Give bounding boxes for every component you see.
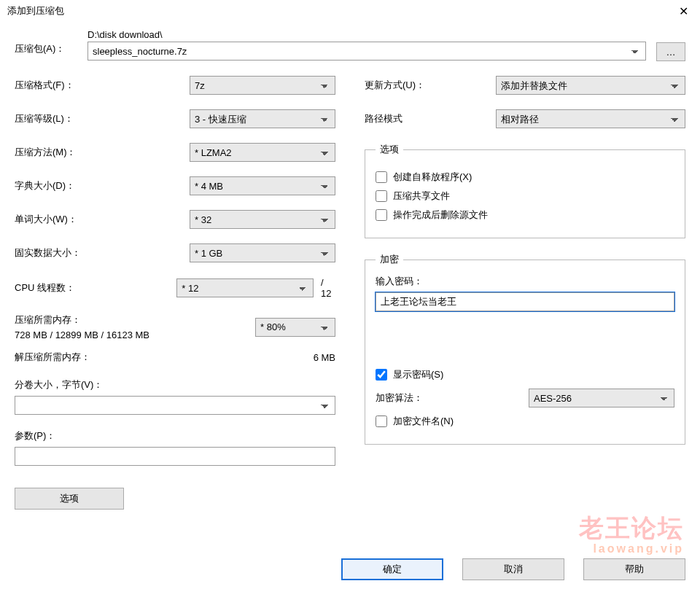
checkbox-showpwd[interactable]: 显示密码(S) xyxy=(376,368,674,381)
row-update: 更新方式(U)： 添加并替换文件 xyxy=(365,76,685,95)
format-label: 压缩格式(F)： xyxy=(15,79,190,92)
row-decompress-mem: 解压缩所需内存： 6 MB xyxy=(15,351,335,364)
row-format: 压缩格式(F)： 7z xyxy=(15,76,335,95)
checkbox-shared-label: 压缩共享文件 xyxy=(393,190,450,203)
checkbox-delete-label: 操作完成后删除源文件 xyxy=(393,208,488,222)
row-pathmode: 路径模式 相对路径 xyxy=(365,109,685,128)
row-dict: 字典大小(D)： * 4 MB xyxy=(15,176,335,195)
enc-method-label: 加密算法： xyxy=(376,391,529,405)
checkbox-delete-input[interactable] xyxy=(376,209,387,221)
watermark: 老王论坛 laowang.vip xyxy=(579,512,684,555)
dict-label: 字典大小(D)： xyxy=(15,179,190,192)
footer: 确定 取消 帮助 xyxy=(341,558,685,580)
compress-mem-block: 压缩所需内存： 728 MB / 12899 MB / 16123 MB xyxy=(15,313,255,340)
dialog-content: 压缩包(A)： D:\disk download\ sleepless_noct… xyxy=(0,22,700,510)
solid-label: 固实数据大小： xyxy=(15,246,190,260)
archive-dir: D:\disk download\ xyxy=(88,29,646,40)
format-select[interactable]: 7z xyxy=(190,76,335,95)
watermark-line2: laowang.vip xyxy=(579,542,684,555)
solid-select[interactable]: * 1 GB xyxy=(190,243,335,262)
dict-select[interactable]: * 4 MB xyxy=(190,176,335,195)
checkbox-delete[interactable]: 操作完成后删除源文件 xyxy=(376,208,674,222)
word-label: 单词大小(W)： xyxy=(15,213,190,226)
archive-filename-select[interactable]: sleepless_nocturne.7z xyxy=(88,42,646,61)
password-input[interactable] xyxy=(376,292,674,311)
level-label: 压缩等级(L)： xyxy=(15,112,190,125)
options-legend: 选项 xyxy=(376,143,403,156)
right-column: 更新方式(U)： 添加并替换文件 路径模式 相对路径 选项 创建自释放程序(X)… xyxy=(365,76,685,510)
update-select[interactable]: 添加并替换文件 xyxy=(496,76,685,95)
method-select[interactable]: * LZMA2 xyxy=(190,143,335,162)
ellipsis-icon: … xyxy=(666,47,676,58)
pathmode-label: 路径模式 xyxy=(365,112,496,125)
pathmode-select[interactable]: 相对路径 xyxy=(496,109,685,128)
row-method: 压缩方法(M)： * LZMA2 xyxy=(15,143,335,162)
cancel-button[interactable]: 取消 xyxy=(462,558,564,580)
encrypt-legend: 加密 xyxy=(376,253,403,266)
checkbox-shared-input[interactable] xyxy=(376,190,387,202)
row-cpu: CPU 线程数： * 12 / 12 xyxy=(15,277,335,299)
word-select[interactable]: * 32 xyxy=(190,210,335,229)
checkbox-showpwd-label: 显示密码(S) xyxy=(393,368,443,381)
params-label: 参数(P)： xyxy=(15,429,335,442)
volume-label: 分卷大小，字节(V)： xyxy=(15,378,335,391)
row-word: 单词大小(W)： * 32 xyxy=(15,210,335,229)
update-label: 更新方式(U)： xyxy=(365,79,496,92)
level-select[interactable]: 3 - 快速压缩 xyxy=(190,109,335,128)
close-icon[interactable]: ✕ xyxy=(674,4,693,18)
params-input[interactable] xyxy=(15,447,335,466)
checkbox-enc-filenames-input[interactable] xyxy=(376,416,387,427)
compress-mem-label: 压缩所需内存： xyxy=(15,313,255,327)
checkbox-showpwd-input[interactable] xyxy=(376,369,387,381)
watermark-line1: 老王论坛 xyxy=(579,512,684,545)
columns: 压缩格式(F)： 7z 压缩等级(L)： 3 - 快速压缩 压缩方法(M)： *… xyxy=(15,76,685,510)
archive-row: 压缩包(A)： D:\disk download\ sleepless_noct… xyxy=(15,29,685,61)
archive-label: 压缩包(A)： xyxy=(15,29,88,55)
encrypt-fieldset: 加密 输入密码： 显示密码(S) 加密算法： AES-256 加密文件名(N) xyxy=(365,253,685,445)
window-title: 添加到压缩包 xyxy=(7,4,674,17)
encrypt-spacer xyxy=(376,311,674,362)
help-button[interactable]: 帮助 xyxy=(583,558,685,580)
checkbox-sfx-input[interactable] xyxy=(376,171,387,183)
row-solid: 固实数据大小： * 1 GB xyxy=(15,243,335,262)
row-level: 压缩等级(L)： 3 - 快速压缩 xyxy=(15,109,335,128)
checkbox-enc-filenames-label: 加密文件名(N) xyxy=(393,415,454,428)
archive-path-column: D:\disk download\ sleepless_nocturne.7z xyxy=(88,29,646,61)
row-compress-mem: 压缩所需内存： 728 MB / 12899 MB / 16123 MB * 8… xyxy=(15,313,335,340)
row-enc-method: 加密算法： AES-256 xyxy=(376,389,674,407)
left-column: 压缩格式(F)： 7z 压缩等级(L)： 3 - 快速压缩 压缩方法(M)： *… xyxy=(15,76,335,510)
browse-button[interactable]: … xyxy=(656,42,685,61)
titlebar: 添加到压缩包 ✕ xyxy=(0,0,700,22)
cpu-label: CPU 线程数： xyxy=(15,281,176,294)
options-fieldset: 选项 创建自释放程序(X) 压缩共享文件 操作完成后删除源文件 xyxy=(365,143,685,238)
compress-mem-pct-select[interactable]: * 80% xyxy=(255,318,335,337)
checkbox-sfx-label: 创建自释放程序(X) xyxy=(393,171,472,184)
checkbox-enc-filenames[interactable]: 加密文件名(N) xyxy=(376,415,674,428)
compress-mem-detail: 728 MB / 12899 MB / 16123 MB xyxy=(15,329,255,340)
password-label: 输入密码： xyxy=(376,275,674,288)
options-button[interactable]: 选项 xyxy=(15,488,124,510)
cpu-select[interactable]: * 12 xyxy=(176,278,314,297)
decompress-mem-value: 6 MB xyxy=(314,352,335,363)
cpu-total: / 12 xyxy=(314,277,335,299)
volume-select[interactable] xyxy=(15,396,335,415)
checkbox-shared[interactable]: 压缩共享文件 xyxy=(376,190,674,203)
options-button-label: 选项 xyxy=(60,492,79,505)
enc-method-select[interactable]: AES-256 xyxy=(529,389,674,407)
ok-button[interactable]: 确定 xyxy=(341,558,443,580)
method-label: 压缩方法(M)： xyxy=(15,146,190,159)
checkbox-sfx[interactable]: 创建自释放程序(X) xyxy=(376,171,674,184)
decompress-mem-label: 解压缩所需内存： xyxy=(15,351,314,364)
